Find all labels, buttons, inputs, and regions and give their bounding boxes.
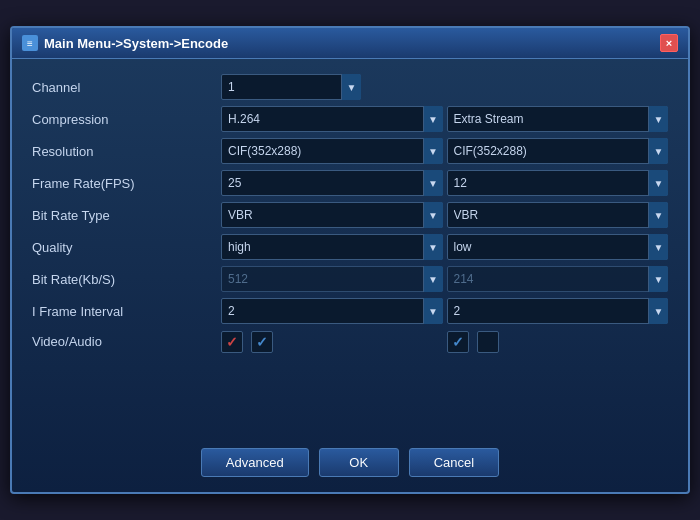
videoaudio-main-audio-checkbox[interactable]: ✓ <box>251 331 273 353</box>
dialog-title: Main Menu->System->Encode <box>44 36 228 51</box>
resolution-label: Resolution <box>32 140 217 163</box>
videoaudio-label: Video/Audio <box>32 330 217 353</box>
framerate-main-wrapper: 252015105 ▼ <box>221 170 443 196</box>
channel-label: Channel <box>32 76 217 99</box>
framerate-main-select[interactable]: 252015105 <box>221 170 443 196</box>
advanced-button[interactable]: Advanced <box>201 448 309 477</box>
quality-extra-select[interactable]: highesthighmediumlowlowest <box>447 234 669 260</box>
framerate-extra-select[interactable]: 121085 <box>447 170 669 196</box>
iframe-label: I Frame Interval <box>32 300 217 323</box>
dialog: ≡ Main Menu->System->Encode × Channel 12… <box>10 26 690 494</box>
bitratetype-extra-wrapper: VBRCBR ▼ <box>447 202 669 228</box>
title-bar-left: ≡ Main Menu->System->Encode <box>22 35 228 51</box>
title-bar: ≡ Main Menu->System->Encode × <box>12 28 688 59</box>
resolution-main-select[interactable]: CIF(352x288)D1(704x576)HD1 <box>221 138 443 164</box>
quality-main-wrapper: highesthighmediumlowlowest ▼ <box>221 234 443 260</box>
bitratetype-main-select[interactable]: VBRCBR <box>221 202 443 228</box>
iframe-extra-wrapper: 12345 ▼ <box>447 298 669 324</box>
framerate-label: Frame Rate(FPS) <box>32 172 217 195</box>
compression-main-wrapper: H.264H.265MJPEG ▼ <box>221 106 443 132</box>
compression-label: Compression <box>32 108 217 131</box>
bitrateKbs-label: Bit Rate(Kb/S) <box>32 268 217 291</box>
footer: Advanced OK Cancel <box>12 428 688 492</box>
framerate-extra-wrapper: 121085 ▼ <box>447 170 669 196</box>
bitrateKbs-main-wrapper: 51210242048 ▼ <box>221 266 443 292</box>
spacer <box>32 353 668 413</box>
videoaudio-extra-checkboxes: ✓ <box>447 331 669 353</box>
compression-extra-wrapper: Extra StreamMain Stream ▼ <box>447 106 669 132</box>
quality-label: Quality <box>32 236 217 259</box>
dialog-icon: ≡ <box>22 35 38 51</box>
quality-extra-wrapper: highesthighmediumlowlowest ▼ <box>447 234 669 260</box>
compression-extra-select[interactable]: Extra StreamMain Stream <box>447 106 669 132</box>
videoaudio-extra-audio-checkbox[interactable] <box>477 331 499 353</box>
channel-select-wrapper: 1234 ▼ <box>221 74 361 100</box>
cancel-button[interactable]: Cancel <box>409 448 499 477</box>
check-icon: ✓ <box>452 334 464 350</box>
iframe-main-wrapper: 12345 ▼ <box>221 298 443 324</box>
check-icon: ✓ <box>256 334 268 350</box>
quality-main-select[interactable]: highesthighmediumlowlowest <box>221 234 443 260</box>
videoaudio-extra-video-checkbox[interactable]: ✓ <box>447 331 469 353</box>
form-content: Channel 1234 ▼ Compression H.264H.265MJP… <box>12 59 688 428</box>
bitrateKbs-extra-wrapper: 2145121024 ▼ <box>447 266 669 292</box>
videoaudio-main-video-checkbox[interactable]: ✓ <box>221 331 243 353</box>
ok-button[interactable]: OK <box>319 448 399 477</box>
check-icon: ✓ <box>226 334 238 350</box>
bitrateKbs-extra-select[interactable]: 2145121024 <box>447 266 669 292</box>
close-button[interactable]: × <box>660 34 678 52</box>
compression-main-select[interactable]: H.264H.265MJPEG <box>221 106 443 132</box>
bitrateKbs-main-select[interactable]: 51210242048 <box>221 266 443 292</box>
iframe-main-select[interactable]: 12345 <box>221 298 443 324</box>
channel-select[interactable]: 1234 <box>221 74 361 100</box>
iframe-extra-select[interactable]: 12345 <box>447 298 669 324</box>
resolution-extra-wrapper: CIF(352x288)D1(704x576)HD1 ▼ <box>447 138 669 164</box>
resolution-main-wrapper: CIF(352x288)D1(704x576)HD1 ▼ <box>221 138 443 164</box>
videoaudio-main-checkboxes: ✓ ✓ <box>221 331 443 353</box>
form-grid: Channel 1234 ▼ Compression H.264H.265MJP… <box>32 74 668 353</box>
bitratetype-main-wrapper: VBRCBR ▼ <box>221 202 443 228</box>
bitratetype-extra-select[interactable]: VBRCBR <box>447 202 669 228</box>
bitratetype-label: Bit Rate Type <box>32 204 217 227</box>
resolution-extra-select[interactable]: CIF(352x288)D1(704x576)HD1 <box>447 138 669 164</box>
